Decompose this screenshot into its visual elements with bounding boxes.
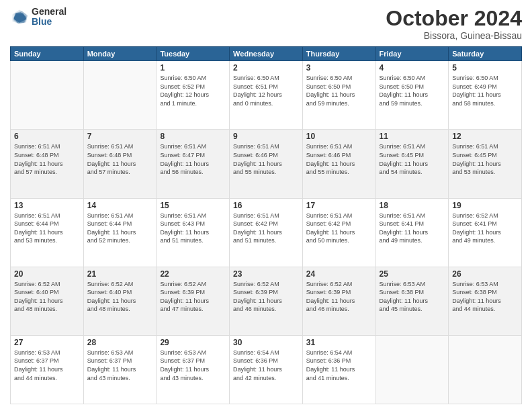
calendar-cell: 19Sunrise: 6:52 AMSunset: 6:41 PMDayligh… xyxy=(449,198,522,267)
logo: General Blue xyxy=(10,7,66,28)
calendar-cell: 12Sunrise: 6:51 AMSunset: 6:45 PMDayligh… xyxy=(449,130,522,198)
weekday-header-monday: Monday xyxy=(83,47,157,61)
calendar-cell: 17Sunrise: 6:51 AMSunset: 6:42 PMDayligh… xyxy=(302,198,375,267)
calendar-cell: 8Sunrise: 6:51 AMSunset: 6:47 PMDaylight… xyxy=(157,130,230,198)
calendar-cell: 15Sunrise: 6:51 AMSunset: 6:43 PMDayligh… xyxy=(157,198,230,267)
day-number: 6 xyxy=(14,132,80,141)
day-info: Sunrise: 6:50 AMSunset: 6:50 PMDaylight:… xyxy=(306,74,372,107)
calendar-cell: 22Sunrise: 6:52 AMSunset: 6:39 PMDayligh… xyxy=(157,267,230,335)
calendar-cell xyxy=(83,61,157,130)
calendar-cell: 7Sunrise: 6:51 AMSunset: 6:48 PMDaylight… xyxy=(83,130,157,198)
calendar-table: SundayMondayTuesdayWednesdayThursdayFrid… xyxy=(10,46,522,404)
day-number: 23 xyxy=(233,269,299,279)
calendar-cell: 16Sunrise: 6:51 AMSunset: 6:42 PMDayligh… xyxy=(230,198,303,267)
calendar-cell: 20Sunrise: 6:52 AMSunset: 6:40 PMDayligh… xyxy=(11,267,84,335)
weekday-header-wednesday: Wednesday xyxy=(230,47,303,61)
day-number: 18 xyxy=(380,201,445,210)
day-number: 14 xyxy=(87,201,153,210)
day-number: 12 xyxy=(452,132,518,141)
calendar-cell: 1Sunrise: 6:50 AMSunset: 6:52 PMDaylight… xyxy=(157,61,230,130)
day-info: Sunrise: 6:53 AMSunset: 6:37 PMDaylight:… xyxy=(160,349,226,382)
day-number: 13 xyxy=(14,201,80,210)
day-info: Sunrise: 6:51 AMSunset: 6:43 PMDaylight:… xyxy=(160,212,226,245)
day-info: Sunrise: 6:51 AMSunset: 6:42 PMDaylight:… xyxy=(233,212,299,245)
calendar-week-row: 13Sunrise: 6:51 AMSunset: 6:44 PMDayligh… xyxy=(11,198,522,267)
day-info: Sunrise: 6:51 AMSunset: 6:44 PMDaylight:… xyxy=(14,212,80,245)
logo-blue-text: Blue xyxy=(32,17,66,27)
weekday-header-tuesday: Tuesday xyxy=(157,47,230,61)
calendar-cell: 29Sunrise: 6:53 AMSunset: 6:37 PMDayligh… xyxy=(157,335,230,404)
calendar-cell: 2Sunrise: 6:50 AMSunset: 6:51 PMDaylight… xyxy=(230,61,303,130)
day-info: Sunrise: 6:52 AMSunset: 6:40 PMDaylight:… xyxy=(87,280,153,314)
day-number: 21 xyxy=(87,269,153,279)
logo-icon xyxy=(10,7,29,26)
day-number: 31 xyxy=(306,338,372,347)
day-info: Sunrise: 6:53 AMSunset: 6:37 PMDaylight:… xyxy=(87,349,153,382)
day-info: Sunrise: 6:52 AMSunset: 6:41 PMDaylight:… xyxy=(452,212,518,245)
day-number: 8 xyxy=(160,132,226,141)
day-number: 2 xyxy=(233,63,299,73)
day-number: 20 xyxy=(14,269,80,279)
day-number: 28 xyxy=(87,338,153,347)
day-number: 25 xyxy=(380,269,445,279)
calendar-cell: 28Sunrise: 6:53 AMSunset: 6:37 PMDayligh… xyxy=(83,335,157,404)
calendar-cell: 14Sunrise: 6:51 AMSunset: 6:44 PMDayligh… xyxy=(83,198,157,267)
calendar-cell xyxy=(449,335,522,404)
weekday-header-sunday: Sunday xyxy=(11,47,84,61)
calendar-cell: 9Sunrise: 6:51 AMSunset: 6:46 PMDaylight… xyxy=(230,130,303,198)
day-info: Sunrise: 6:50 AMSunset: 6:49 PMDaylight:… xyxy=(452,74,518,107)
day-number: 9 xyxy=(233,132,299,141)
calendar-cell: 30Sunrise: 6:54 AMSunset: 6:36 PMDayligh… xyxy=(230,335,303,404)
day-info: Sunrise: 6:51 AMSunset: 6:44 PMDaylight:… xyxy=(87,212,153,245)
weekday-header-saturday: Saturday xyxy=(449,47,522,61)
weekday-header-thursday: Thursday xyxy=(302,47,375,61)
day-info: Sunrise: 6:52 AMSunset: 6:39 PMDaylight:… xyxy=(306,280,372,314)
day-info: Sunrise: 6:52 AMSunset: 6:40 PMDaylight:… xyxy=(14,280,80,314)
day-number: 19 xyxy=(452,201,518,210)
calendar-week-row: 1Sunrise: 6:50 AMSunset: 6:52 PMDaylight… xyxy=(11,61,522,130)
day-info: Sunrise: 6:51 AMSunset: 6:46 PMDaylight:… xyxy=(306,142,372,176)
logo-general-text: General xyxy=(32,7,66,17)
day-info: Sunrise: 6:50 AMSunset: 6:50 PMDaylight:… xyxy=(380,74,445,107)
calendar-week-row: 20Sunrise: 6:52 AMSunset: 6:40 PMDayligh… xyxy=(11,267,522,335)
day-number: 22 xyxy=(160,269,226,279)
day-number: 29 xyxy=(160,338,226,347)
day-info: Sunrise: 6:51 AMSunset: 6:41 PMDaylight:… xyxy=(380,212,445,245)
calendar-cell: 5Sunrise: 6:50 AMSunset: 6:49 PMDaylight… xyxy=(449,61,522,130)
calendar-cell: 10Sunrise: 6:51 AMSunset: 6:46 PMDayligh… xyxy=(302,130,375,198)
day-number: 1 xyxy=(160,63,226,73)
day-info: Sunrise: 6:51 AMSunset: 6:45 PMDaylight:… xyxy=(452,142,518,176)
header: General Blue October 2024 Bissora, Guine… xyxy=(10,7,522,41)
day-info: Sunrise: 6:51 AMSunset: 6:47 PMDaylight:… xyxy=(160,142,226,176)
calendar-cell: 18Sunrise: 6:51 AMSunset: 6:41 PMDayligh… xyxy=(375,198,449,267)
title-block: October 2024 Bissora, Guinea-Bissau xyxy=(386,7,522,41)
calendar-cell: 31Sunrise: 6:54 AMSunset: 6:36 PMDayligh… xyxy=(302,335,375,404)
day-info: Sunrise: 6:52 AMSunset: 6:39 PMDaylight:… xyxy=(233,280,299,314)
day-info: Sunrise: 6:51 AMSunset: 6:48 PMDaylight:… xyxy=(87,142,153,176)
month-title: October 2024 xyxy=(386,7,522,30)
calendar-cell: 26Sunrise: 6:53 AMSunset: 6:38 PMDayligh… xyxy=(449,267,522,335)
day-number: 5 xyxy=(452,63,518,73)
day-number: 10 xyxy=(306,132,372,141)
day-info: Sunrise: 6:51 AMSunset: 6:45 PMDaylight:… xyxy=(380,142,445,176)
day-info: Sunrise: 6:52 AMSunset: 6:39 PMDaylight:… xyxy=(160,280,226,314)
day-info: Sunrise: 6:54 AMSunset: 6:36 PMDaylight:… xyxy=(233,349,299,382)
day-number: 15 xyxy=(160,201,226,210)
weekday-header-friday: Friday xyxy=(375,47,449,61)
calendar-cell: 3Sunrise: 6:50 AMSunset: 6:50 PMDaylight… xyxy=(302,61,375,130)
calendar-week-row: 27Sunrise: 6:53 AMSunset: 6:37 PMDayligh… xyxy=(11,335,522,404)
calendar-cell: 6Sunrise: 6:51 AMSunset: 6:48 PMDaylight… xyxy=(11,130,84,198)
calendar-cell xyxy=(11,61,84,130)
calendar-cell xyxy=(375,335,449,404)
day-number: 4 xyxy=(380,63,445,73)
calendar-cell: 25Sunrise: 6:53 AMSunset: 6:38 PMDayligh… xyxy=(375,267,449,335)
day-number: 17 xyxy=(306,201,372,210)
location: Bissora, Guinea-Bissau xyxy=(386,30,522,41)
calendar-cell: 21Sunrise: 6:52 AMSunset: 6:40 PMDayligh… xyxy=(83,267,157,335)
calendar-cell: 27Sunrise: 6:53 AMSunset: 6:37 PMDayligh… xyxy=(11,335,84,404)
day-info: Sunrise: 6:53 AMSunset: 6:37 PMDaylight:… xyxy=(14,349,80,382)
page: General Blue October 2024 Bissora, Guine… xyxy=(0,0,532,411)
day-number: 30 xyxy=(233,338,299,347)
calendar-cell: 23Sunrise: 6:52 AMSunset: 6:39 PMDayligh… xyxy=(230,267,303,335)
day-info: Sunrise: 6:51 AMSunset: 6:46 PMDaylight:… xyxy=(233,142,299,176)
